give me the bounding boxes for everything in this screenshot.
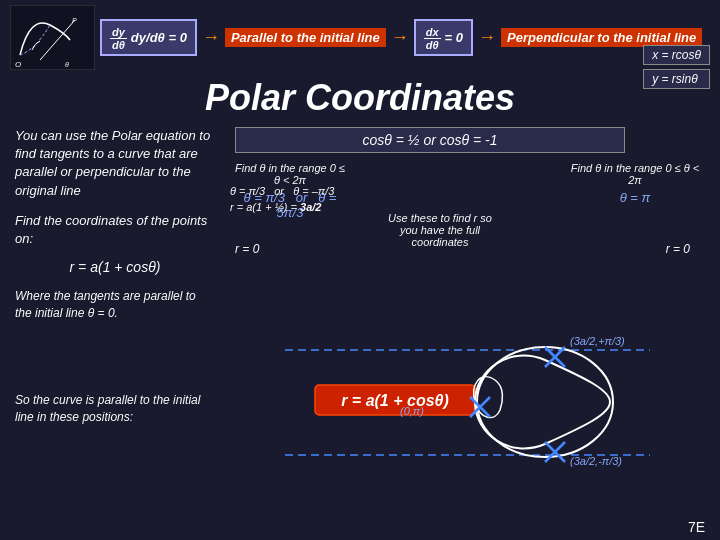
dy-equals-zero: dy/dθ = 0 bbox=[131, 30, 187, 45]
cardioid-svg: r = a(1 + cosθ) (3a/2,+π/3) (0,π) (3a/2,… bbox=[255, 290, 675, 510]
bottom-left-text: So the curve is parallel to the initial … bbox=[15, 392, 215, 426]
parallel-label: Parallel to the initial line bbox=[225, 28, 386, 47]
title-section: Polar Coordinates bbox=[0, 75, 720, 127]
dx-num: dx bbox=[424, 26, 441, 39]
cos-eq-container: cosθ = ½ or cosθ = -1 bbox=[235, 127, 625, 163]
svg-text:O: O bbox=[15, 60, 21, 69]
find-theta-right-label: Find θ in the range 0 ≤ θ < 2π bbox=[570, 162, 700, 186]
find-coords-text: Find the coordinates of the points on: bbox=[15, 212, 215, 248]
svg-text:(3a/2,+π/3): (3a/2,+π/3) bbox=[570, 335, 625, 347]
parallel-text: Where the tangents are parallel to the i… bbox=[15, 288, 215, 322]
dx-label: dx dθ bbox=[424, 24, 441, 51]
r-right: r = 0 bbox=[666, 242, 690, 256]
left-text-panel: You can use the Polar equation to find t… bbox=[15, 127, 215, 387]
top-bar: O θ P dy dθ dy/dθ = 0 → Parallel to the … bbox=[0, 0, 720, 75]
intro-text: You can use the Polar equation to find t… bbox=[15, 127, 215, 200]
page-title: Polar Coordinates bbox=[0, 77, 720, 119]
right-equations: x = rcosθ y = rsinθ bbox=[643, 45, 710, 89]
theta-right-value: θ = π bbox=[570, 190, 700, 205]
arrow-right-3: → bbox=[478, 27, 496, 48]
arrow-right-1: → bbox=[202, 27, 220, 48]
svg-text:θ: θ bbox=[65, 61, 69, 68]
find-theta-right: Find θ in the range 0 ≤ θ < 2π θ = π bbox=[570, 162, 700, 205]
svg-text:(3a/2,-π/3): (3a/2,-π/3) bbox=[570, 455, 622, 467]
page-number: 7E bbox=[688, 519, 705, 535]
dy-dtheta-box: dy dθ dy/dθ = 0 bbox=[100, 19, 197, 56]
x-eq-box: x = rcosθ bbox=[643, 45, 710, 65]
y-eq-box: y = rsinθ bbox=[643, 69, 710, 89]
use-these-text: Use these to find r so you have the full… bbox=[380, 212, 500, 248]
equation-text: r = a(1 + cosθ) bbox=[15, 258, 215, 278]
svg-text:r = a(1 + cosθ): r = a(1 + cosθ) bbox=[341, 392, 449, 409]
dx-dtheta-box: dx dθ = 0 bbox=[414, 19, 473, 56]
dx-equals-zero: = 0 bbox=[445, 30, 463, 45]
dx-den: dθ bbox=[424, 39, 441, 51]
conclusion-text: So the curve is parallel to the initial … bbox=[15, 392, 215, 426]
cos-eq-box: cosθ = ½ or cosθ = -1 bbox=[235, 127, 625, 153]
dy-num: dy bbox=[110, 26, 127, 39]
arrow-right-2: → bbox=[391, 27, 409, 48]
svg-rect-0 bbox=[10, 5, 95, 70]
svg-text:(0,π): (0,π) bbox=[400, 405, 424, 417]
dy-label: dy dθ bbox=[110, 24, 127, 51]
cardioid-diagram: r = a(1 + cosθ) (3a/2,+π/3) (0,π) (3a/2,… bbox=[220, 290, 710, 510]
find-theta-left-label: Find θ in the range 0 ≤ θ < 2π bbox=[235, 162, 345, 186]
theta-frac-left: θ = π/3 or θ = –π/3 r = a(1 + ½) = 3a/2 bbox=[230, 185, 334, 213]
r-left: r = 0 bbox=[235, 242, 259, 256]
dy-den: dθ bbox=[110, 39, 127, 51]
svg-text:P: P bbox=[72, 17, 77, 24]
curve-sketch: O θ P bbox=[10, 5, 95, 70]
